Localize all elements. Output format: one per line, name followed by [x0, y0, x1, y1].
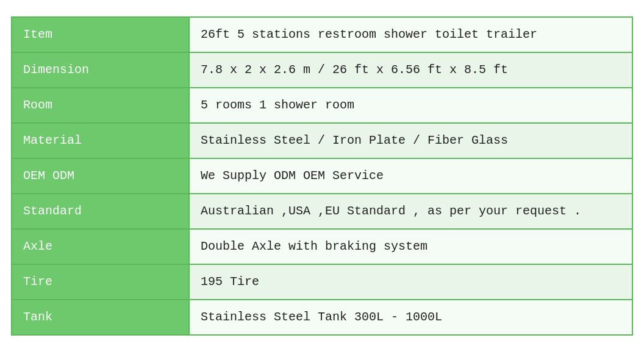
table-row: OEM ODMWe Supply ODM OEM Service — [12, 158, 632, 194]
row-label: Axle — [12, 229, 189, 264]
table-row: StandardAustralian ,USA ,EU Standard , a… — [12, 194, 632, 229]
row-value: Double Axle with braking system — [189, 229, 632, 264]
product-specs-table: Item26ft 5 stations restroom shower toil… — [11, 16, 633, 336]
row-value: Stainless Steel Tank 300L - 1000L — [189, 300, 632, 334]
row-value: Australian ,USA ,EU Standard , as per yo… — [189, 194, 632, 229]
row-label: Material — [12, 123, 189, 158]
row-label: Standard — [12, 194, 189, 229]
row-value: 26ft 5 stations restroom shower toilet t… — [189, 18, 632, 52]
table-row: TankStainless Steel Tank 300L - 1000L — [12, 300, 632, 334]
row-label: Tire — [12, 264, 189, 300]
row-value: 195 Tire — [189, 264, 632, 300]
table-row: Item26ft 5 stations restroom shower toil… — [12, 18, 632, 52]
table-row: AxleDouble Axle with braking system — [12, 229, 632, 264]
row-value: 7.8 x 2 x 2.6 m / 26 ft x 6.56 ft x 8.5 … — [189, 52, 632, 88]
table-row: MaterialStainless Steel / Iron Plate / F… — [12, 123, 632, 158]
row-label: Room — [12, 88, 189, 123]
table-row: Tire195 Tire — [12, 264, 632, 300]
row-label: Tank — [12, 300, 189, 334]
table-row: Room5 rooms 1 shower room — [12, 88, 632, 123]
row-value: 5 rooms 1 shower room — [189, 88, 632, 123]
row-value: We Supply ODM OEM Service — [189, 158, 632, 194]
row-label: OEM ODM — [12, 158, 189, 194]
row-value: Stainless Steel / Iron Plate / Fiber Gla… — [189, 123, 632, 158]
row-label: Item — [12, 18, 189, 52]
row-label: Dimension — [12, 52, 189, 88]
table-row: Dimension7.8 x 2 x 2.6 m / 26 ft x 6.56 … — [12, 52, 632, 88]
